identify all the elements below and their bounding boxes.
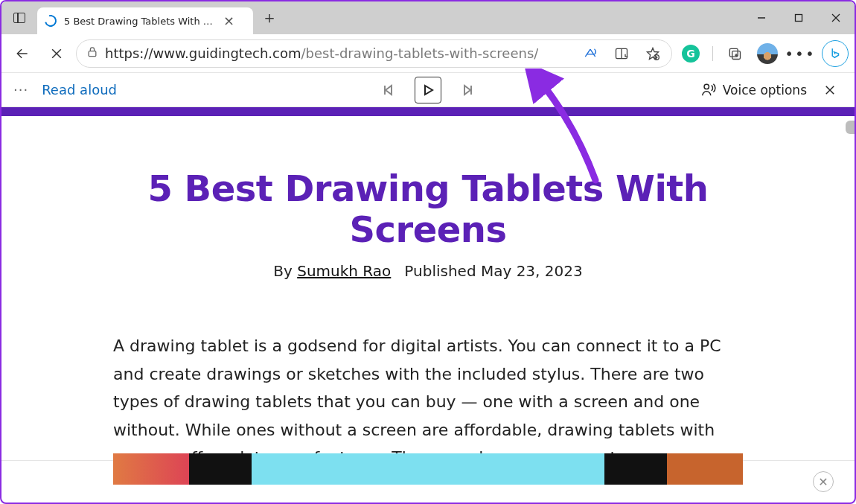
toolbar-divider (712, 46, 713, 61)
stop-button[interactable] (42, 39, 71, 68)
panel-icon (13, 13, 25, 23)
read-aloud-icon[interactable] (578, 41, 603, 66)
article-headline: 5 Best Drawing Tablets With Screens (113, 168, 743, 250)
reader-view-icon[interactable] (609, 41, 634, 66)
svg-marker-20 (386, 86, 392, 95)
author-link[interactable]: Sumukh Rao (297, 262, 391, 280)
read-aloud-next-button[interactable] (456, 78, 480, 102)
ad-close-button[interactable]: ✕ (813, 471, 834, 492)
address-bar[interactable]: https://www.guidingtech.com/best-drawing… (76, 39, 672, 68)
svg-point-24 (704, 84, 709, 89)
article-paragraph: A drawing tablet is a godsend for digita… (113, 332, 743, 471)
svg-marker-21 (425, 86, 432, 95)
read-aloud-play-button[interactable] (415, 77, 441, 103)
url-text: https://www.guidingtech.com/best-drawing… (105, 45, 538, 61)
read-aloud-bar: ··· Read aloud Voice options (1, 73, 855, 107)
collections-button[interactable] (721, 39, 749, 68)
voice-options-label: Voice options (723, 83, 807, 98)
svg-rect-7 (89, 51, 96, 56)
bing-icon (828, 47, 842, 60)
read-aloud-label[interactable]: Read aloud (42, 82, 117, 98)
favicon-loading-icon (45, 15, 57, 27)
avatar-icon (757, 43, 778, 64)
window-titlebar: 5 Best Drawing Tablets With Scre × ＋ (1, 1, 855, 34)
new-tab-button[interactable]: ＋ (253, 1, 286, 34)
browser-tab[interactable]: 5 Best Drawing Tablets With Scre × (37, 7, 253, 34)
grammarly-icon: G (682, 45, 700, 63)
profile-button[interactable] (753, 39, 782, 68)
read-aloud-close-button[interactable] (817, 77, 843, 103)
scrollbar-thumb[interactable] (846, 121, 855, 134)
favorite-icon[interactable] (640, 41, 665, 66)
tab-title: 5 Best Drawing Tablets With Scre (64, 16, 213, 27)
window-controls (743, 1, 855, 34)
tab-close-button[interactable]: × (220, 13, 237, 29)
article-content: 5 Best Drawing Tablets With Screens By S… (1, 116, 855, 486)
more-dots-icon: ••• (785, 45, 815, 63)
grammarly-extension[interactable]: G (677, 39, 705, 68)
publish-date: Published May 23, 2023 (404, 262, 582, 280)
svg-marker-23 (464, 86, 470, 95)
read-aloud-prev-button[interactable] (376, 78, 400, 102)
svg-rect-1 (796, 15, 802, 22)
read-aloud-overflow-button[interactable]: ··· (13, 82, 28, 98)
tab-actions-button[interactable] (1, 1, 37, 34)
url-path: /best-drawing-tablets-with-screens/ (301, 45, 538, 61)
settings-more-button[interactable]: ••• (786, 39, 814, 68)
voice-icon (700, 82, 717, 98)
maximize-button[interactable] (780, 1, 817, 34)
site-accent-strip (1, 107, 855, 116)
back-button[interactable] (7, 39, 37, 68)
window-close-button[interactable] (817, 1, 855, 34)
article-byline: By Sumukh Rao Published May 23, 2023 (113, 262, 743, 280)
voice-options-button[interactable]: Voice options (700, 82, 807, 98)
image-banner (113, 453, 743, 485)
browser-toolbar: https://www.guidingtech.com/best-drawing… (1, 34, 855, 73)
url-host: https://www.guidingtech.com (105, 45, 301, 61)
bing-chat-button[interactable] (822, 40, 849, 67)
lock-icon (87, 46, 98, 61)
minimize-button[interactable] (743, 1, 780, 34)
